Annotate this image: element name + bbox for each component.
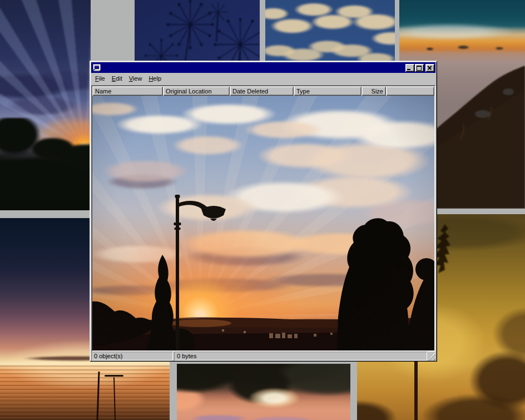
title-bar[interactable] [91,62,435,73]
status-total-size: 0 bytes [174,352,427,360]
file-list-viewport[interactable] [92,96,434,350]
status-object-count: 0 object(s) [91,352,173,360]
minimize-button[interactable] [405,64,414,72]
background-photo-sunset-rays [0,0,91,210]
menu-help[interactable]: Help [145,74,165,83]
maximize-icon [417,66,422,71]
desktop-background: File Edit View Help Name Original Locati… [0,0,525,420]
computer-icon[interactable] [93,64,101,72]
minimize-icon [407,69,410,70]
menu-edit[interactable]: Edit [108,74,126,83]
driftwood-silhouette [105,375,123,377]
column-header-original-location[interactable]: Original Location [163,86,230,96]
recycle-bin-window: File Edit View Help Name Original Locati… [90,61,437,362]
column-header-name[interactable]: Name [92,86,163,96]
menu-view[interactable]: View [126,74,146,83]
menu-file[interactable]: File [92,74,108,83]
water-ripples-layer [0,365,170,420]
background-photo-water-reflection [177,364,350,420]
photo-layer [177,364,350,420]
tree-silhouette-layer [0,118,91,210]
column-header-row: Name Original Location Date Deleted Type… [92,86,434,96]
column-header-spacer[interactable] [386,86,434,96]
menu-bar: File Edit View Help [91,73,435,84]
photo-vignette [92,96,434,350]
maximize-button[interactable] [415,64,424,72]
column-header-type[interactable]: Type [294,86,361,96]
close-button[interactable] [425,64,434,72]
file-list-control: Name Original Location Date Deleted Type… [91,85,435,352]
column-header-date-deleted[interactable]: Date Deleted [230,86,294,96]
resize-grip[interactable] [428,352,435,360]
column-header-size[interactable]: Size [361,86,386,96]
window-controls [405,64,434,72]
status-bar: 0 object(s) 0 bytes [91,352,435,360]
